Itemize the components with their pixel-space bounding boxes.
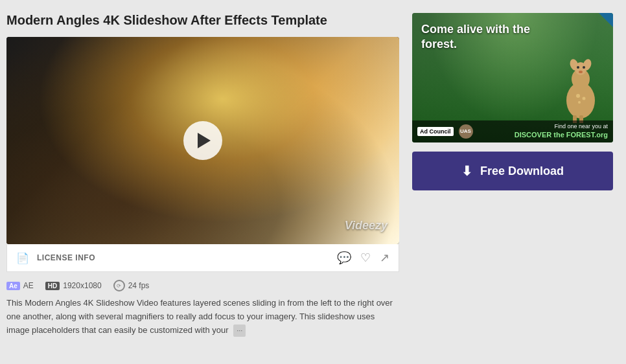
resolution-label: 1920x1080 (63, 281, 101, 290)
comment-icon[interactable]: 💬 (337, 251, 351, 265)
description: This Modern Angles 4K Slideshow Video fe… (6, 297, 399, 337)
ad-headline: Come alive with the forest. (421, 22, 538, 52)
svg-point-6 (583, 97, 586, 100)
svg-point-11 (583, 66, 585, 69)
fps-label: 24 fps (128, 281, 150, 290)
download-label: Free Download (480, 165, 564, 178)
fps-container: ⟳ 24 fps (113, 280, 150, 291)
description-text: This Modern Angles 4K Slideshow Video fe… (6, 298, 393, 335)
video-actions-bar: 📄 LICENSE INFO 💬 ♡ ↗ (6, 244, 399, 272)
license-info-label[interactable]: LICENSE INFO (37, 253, 332, 262)
uas-seal: UAS (459, 124, 473, 139)
social-actions: 💬 ♡ ↗ (337, 251, 389, 265)
hd-badge: HD (45, 282, 60, 290)
free-download-button[interactable]: ⬇ Free Download (412, 152, 613, 190)
ad-bottom-bar: Ad Council UAS Find one near you at DISC… (412, 120, 613, 142)
ad-deer-illustration (548, 52, 607, 123)
play-icon (198, 133, 211, 148)
right-column: Come alive with the forest. (412, 13, 613, 337)
left-column: Modern Angles 4K Slideshow After Effects… (6, 13, 399, 337)
like-icon[interactable]: ♡ (360, 251, 371, 265)
ad-council-logo: Ad Council (417, 127, 454, 136)
hd-badge-container: HD 1920x1080 (45, 281, 102, 290)
svg-point-5 (576, 94, 580, 98)
play-button[interactable] (183, 121, 222, 160)
license-file-icon: 📄 (16, 252, 29, 264)
meta-bar: Ae AE HD 1920x1080 ⟳ 24 fps (6, 272, 399, 297)
ad-discover-brand: DISCOVER the FOREST.org (515, 131, 608, 139)
svg-point-12 (579, 71, 583, 73)
page-wrapper: Modern Angles 4K Slideshow After Effects… (0, 0, 626, 350)
video-player[interactable]: Videezy (6, 37, 399, 244)
svg-point-7 (578, 101, 581, 104)
fps-icon: ⟳ (113, 280, 125, 291)
ae-badge: Ae (6, 282, 20, 290)
svg-point-10 (577, 66, 579, 69)
ad-banner[interactable]: Come alive with the forest. (412, 13, 613, 142)
watermark: Videezy (345, 219, 388, 233)
ae-label: AE (23, 281, 34, 290)
description-more-button[interactable]: ··· (233, 324, 246, 337)
share-icon[interactable]: ↗ (380, 251, 389, 265)
ae-badge-container: Ae AE (6, 281, 34, 290)
page-title: Modern Angles 4K Slideshow After Effects… (6, 13, 399, 28)
ad-discover-text: Find one near you at DISCOVER the FOREST… (478, 123, 609, 140)
ad-discover-prefix: Find one near you at (478, 123, 609, 131)
download-icon: ⬇ (461, 163, 472, 179)
